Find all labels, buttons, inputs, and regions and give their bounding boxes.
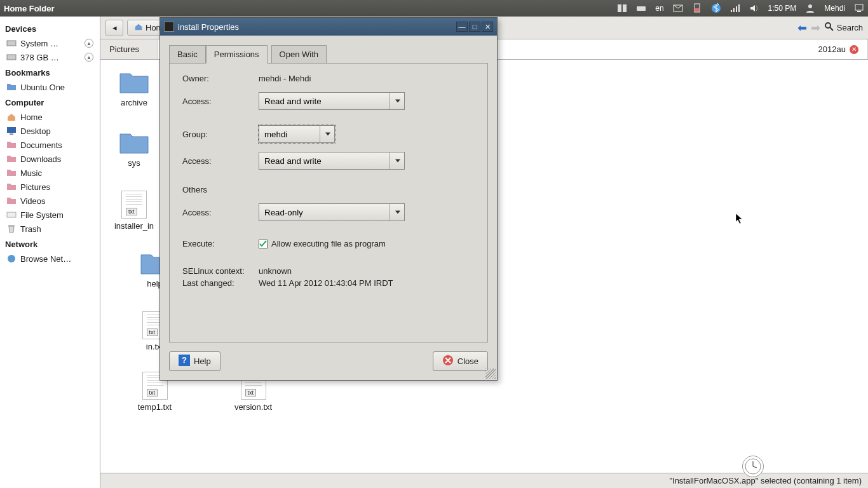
owner-access-combo[interactable]: Read and write	[259, 92, 405, 110]
svg-rect-1	[623, 4, 627, 12]
device-item[interactable]: System … ▲	[3, 36, 97, 50]
network-icon[interactable]	[730, 3, 740, 13]
svg-rect-10	[738, 4, 740, 12]
close-tab-icon[interactable]: ✕	[850, 45, 858, 54]
statusbar: "InstallForMacOSX.app" selected (contain…	[100, 473, 868, 488]
dialog-titlebar[interactable]: install Properties — □ ✕	[160, 18, 497, 36]
file-item[interactable]: installer_in	[105, 191, 163, 251]
svg-rect-17	[10, 133, 13, 135]
help-button[interactable]: ? Help	[169, 351, 220, 371]
svg-rect-8	[733, 8, 735, 12]
network-header: Network	[5, 240, 95, 249]
user-icon	[805, 3, 815, 13]
file-item[interactable]: archive	[105, 70, 163, 130]
svg-line-22	[830, 27, 833, 30]
close-window-button[interactable]: ✕	[482, 22, 493, 32]
device-item[interactable]: 378 GB … ▲	[3, 50, 97, 64]
group-label: Group:	[182, 130, 259, 139]
tab-pictures[interactable]: Pictures	[100, 39, 158, 59]
file-item[interactable]: temp1.txt	[105, 372, 204, 432]
search-button[interactable]: Search	[824, 22, 863, 34]
sidebar-item-videos[interactable]: Videos	[3, 194, 97, 208]
drive-icon	[6, 52, 17, 62]
owner-label: Owner:	[182, 74, 259, 83]
computer-header: Computer	[5, 98, 95, 107]
sidebar: Devices System … ▲ 378 GB … ▲ Bookmarks …	[0, 17, 100, 488]
folder-icon	[6, 182, 17, 192]
bookmark-item[interactable]: Ubuntu One	[3, 80, 97, 94]
file-item[interactable]: sys	[105, 130, 163, 191]
nav-back-icon[interactable]: ⬅	[797, 21, 807, 35]
lastchanged-value: Wed 11 Apr 2012 01:43:04 PM IRDT	[259, 278, 393, 288]
dialog-icon	[164, 22, 174, 32]
close-button[interactable]: Close	[433, 351, 488, 371]
sidebar-item-documents[interactable]: Documents	[3, 138, 97, 152]
nav-fwd-icon[interactable]: ➡	[811, 21, 820, 35]
volume-icon[interactable]	[749, 3, 759, 13]
statusbar-text: "InstallForMacOSX.app" selected (contain…	[669, 476, 862, 485]
svg-rect-13	[857, 11, 861, 12]
back-button[interactable]: ◂	[105, 20, 123, 36]
resize-grip[interactable]	[485, 369, 496, 379]
bluetooth-icon[interactable]	[711, 3, 721, 13]
folder-icon	[6, 168, 17, 178]
keyboard-icon[interactable]	[636, 3, 646, 13]
home-icon	[6, 112, 17, 122]
tab-basic[interactable]: Basic	[169, 45, 206, 64]
others-access-label: Access:	[182, 208, 259, 217]
folder-icon	[6, 154, 17, 164]
home-icon	[134, 22, 143, 33]
group-access-label: Access:	[182, 156, 259, 166]
folder-icon	[119, 130, 149, 156]
folder-icon	[6, 140, 17, 150]
properties-dialog: install Properties — □ ✕ Basic Permissio…	[159, 17, 498, 381]
session-icon[interactable]	[854, 3, 864, 13]
mail-icon[interactable]	[673, 3, 683, 13]
svg-rect-5	[695, 8, 699, 11]
sidebar-item-filesystem[interactable]: File System	[3, 208, 97, 222]
desktop-icon	[6, 126, 17, 136]
svg-rect-9	[736, 6, 737, 12]
sidebar-item-pictures[interactable]: Pictures	[3, 180, 97, 194]
svg-point-20	[8, 255, 15, 262]
others-header: Others	[182, 185, 259, 194]
dictionary-icon[interactable]	[617, 3, 627, 13]
svg-point-11	[808, 4, 812, 8]
svg-rect-19	[8, 225, 15, 226]
battery-icon[interactable]	[692, 3, 702, 13]
eject-icon[interactable]: ▲	[85, 39, 93, 48]
folder-icon	[119, 70, 149, 95]
owner-value: mehdi - Mehdi	[259, 74, 475, 83]
others-access-combo[interactable]: Read-only	[259, 203, 405, 221]
svg-point-21	[825, 23, 831, 28]
username-label[interactable]: Mehdi	[824, 4, 845, 13]
sidebar-item-trash[interactable]: Trash	[3, 222, 97, 236]
clock-label[interactable]: 1:50 PM	[768, 4, 797, 13]
sidebar-item-home[interactable]: Home	[3, 110, 97, 124]
eject-icon[interactable]: ▲	[85, 53, 93, 62]
sidebar-item-network[interactable]: Browse Net…	[3, 252, 97, 266]
group-access-combo[interactable]: Read and write	[259, 152, 405, 170]
file-item[interactable]: version.txt	[204, 372, 302, 432]
sidebar-item-music[interactable]: Music	[3, 166, 97, 180]
sidebar-item-downloads[interactable]: Downloads	[3, 152, 97, 166]
svg-rect-18	[7, 212, 16, 217]
panel-title: Home Folder	[4, 4, 617, 13]
folder-icon	[6, 196, 17, 206]
top-panel: Home Folder en 1:50 PM Mehdi	[0, 0, 868, 17]
minimize-button[interactable]: —	[456, 22, 468, 32]
tab-openwith[interactable]: Open With	[271, 45, 327, 64]
tab-permissions[interactable]: Permissions	[206, 45, 268, 64]
drive-icon	[6, 38, 17, 48]
lastchanged-label: Last changed:	[182, 278, 259, 288]
group-combo[interactable]: mehdi	[259, 125, 335, 143]
help-icon: ?	[179, 355, 190, 368]
owner-access-label: Access:	[182, 97, 259, 106]
language-indicator[interactable]: en	[655, 4, 663, 13]
svg-rect-14	[7, 41, 16, 46]
search-icon	[824, 22, 834, 34]
maximize-button[interactable]: □	[469, 22, 480, 32]
sidebar-item-desktop[interactable]: Desktop	[3, 124, 97, 138]
execute-checkbox[interactable]: Allow executing file as program	[259, 239, 386, 248]
clock-widget-icon[interactable]	[742, 456, 764, 477]
